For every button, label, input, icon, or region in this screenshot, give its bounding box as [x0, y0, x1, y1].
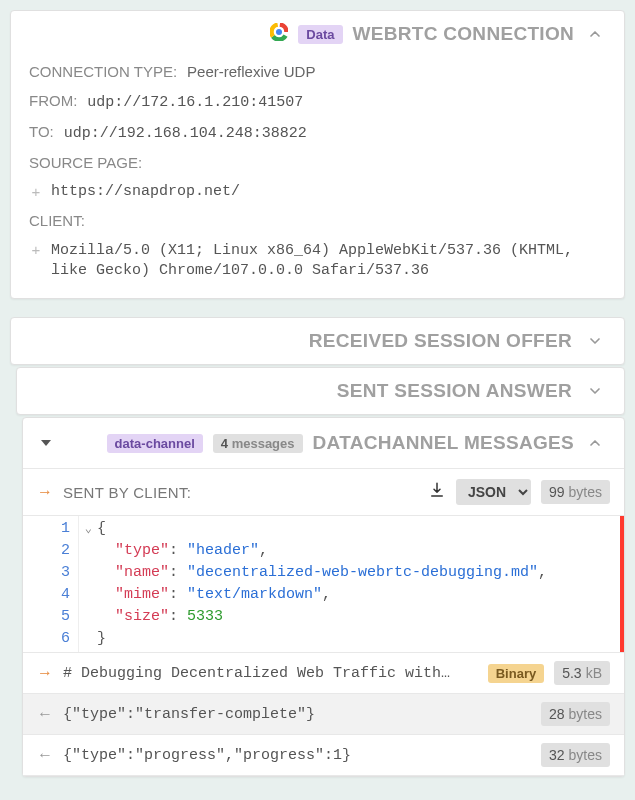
format-select[interactable]: JSON [456, 479, 531, 505]
client-row: + Mozilla/5.0 (X11; Linux x86_64) AppleW… [29, 241, 606, 280]
collapse-toggle[interactable] [584, 23, 606, 45]
size-badge: 99bytes [541, 480, 610, 504]
data-channel-badge: data-channel [107, 434, 203, 453]
source-page-row: + https://snapdrop.net/ [29, 183, 606, 200]
from-value: udp://172.16.1.210:41507 [87, 94, 303, 111]
size-badge: 32bytes [541, 743, 610, 767]
arrow-right-icon: → [37, 483, 53, 501]
connection-type-value: Peer-reflexive UDP [187, 63, 315, 80]
source-page-value: https://snapdrop.net/ [51, 183, 240, 200]
plus-icon[interactable]: + [29, 241, 43, 258]
message-content: {"type":"transfer-complete"} [63, 706, 531, 723]
connection-header: Data WEBRTC CONNECTION [11, 11, 624, 57]
datachannel-title: DATACHANNEL MESSAGES [313, 432, 574, 454]
to-label: TO: [29, 123, 54, 140]
received-offer-title: RECEIVED SESSION OFFER [309, 330, 572, 352]
client-value: Mozilla/5.0 (X11; Linux x86_64) AppleWeb… [51, 241, 606, 280]
message-content: # Debugging Decentralized Web Traffic wi… [63, 665, 478, 682]
connection-type-row: CONNECTION TYPE: Peer-reflexive UDP [29, 57, 606, 86]
binary-badge: Binary [488, 664, 544, 683]
client-label-row: CLIENT: [29, 206, 606, 235]
to-value: udp://192.168.104.248:38822 [64, 125, 307, 142]
sent-by-client-label: SENT BY CLIENT: [63, 484, 418, 501]
arrow-left-icon: ← [37, 705, 53, 723]
size-badge: 28bytes [541, 702, 610, 726]
to-row: TO: udp://192.168.104.248:38822 [29, 117, 606, 148]
client-label: CLIENT: [29, 212, 85, 229]
connection-body: CONNECTION TYPE: Peer-reflexive UDP FROM… [11, 57, 624, 298]
arrow-right-icon: → [37, 664, 53, 682]
received-offer-card[interactable]: RECEIVED SESSION OFFER [10, 317, 625, 365]
session-stack: RECEIVED SESSION OFFER SENT SESSION ANSW… [10, 317, 625, 777]
source-label-row: SOURCE PAGE: [29, 148, 606, 177]
from-row: FROM: udp://172.16.1.210:41507 [29, 86, 606, 117]
size-badge: 5.3kB [554, 661, 610, 685]
chrome-icon [270, 23, 288, 45]
datachannel-card: data-channel 4 messages DATACHANNEL MESS… [22, 417, 625, 777]
sent-answer-card[interactable]: SENT SESSION ANSWER [16, 367, 625, 415]
sent-answer-title: SENT SESSION ANSWER [337, 380, 572, 402]
scroll-indicator[interactable] [620, 516, 624, 652]
json-code[interactable]: { "type": "header", "name": "decentraliz… [79, 516, 624, 652]
download-icon[interactable] [428, 481, 446, 503]
collapse-toggle[interactable] [584, 432, 606, 454]
messages-count-badge: 4 messages [213, 434, 303, 453]
connection-type-label: CONNECTION TYPE: [29, 63, 177, 80]
arrow-left-icon: ← [37, 746, 53, 764]
caret-down-icon[interactable] [41, 440, 51, 446]
json-viewer: ⌄ 1 2 3 4 5 6 { "type": "header", "name"… [23, 516, 624, 653]
message-content: {"type":"progress","progress":1} [63, 747, 531, 764]
chevron-down-icon[interactable] [584, 330, 606, 352]
card-title: WEBRTC CONNECTION [353, 23, 574, 45]
plus-icon[interactable]: + [29, 183, 43, 200]
svg-point-4 [276, 29, 282, 35]
fold-icon[interactable]: ⌄ [85, 518, 92, 540]
message-row[interactable]: ← {"type":"progress","progress":1} 32byt… [23, 735, 624, 776]
from-label: FROM: [29, 92, 77, 109]
sent-by-client-bar: → SENT BY CLIENT: JSON 99bytes [23, 469, 624, 516]
data-badge: Data [298, 25, 342, 44]
datachannel-header: data-channel 4 messages DATACHANNEL MESS… [23, 418, 624, 469]
message-row[interactable]: ← {"type":"transfer-complete"} 28bytes [23, 694, 624, 735]
message-row-binary[interactable]: → # Debugging Decentralized Web Traffic … [23, 653, 624, 694]
source-page-label: SOURCE PAGE: [29, 154, 142, 171]
line-gutter: ⌄ 1 2 3 4 5 6 [23, 516, 79, 652]
chevron-down-icon[interactable] [584, 380, 606, 402]
webrtc-connection-card: Data WEBRTC CONNECTION CONNECTION TYPE: … [10, 10, 625, 299]
